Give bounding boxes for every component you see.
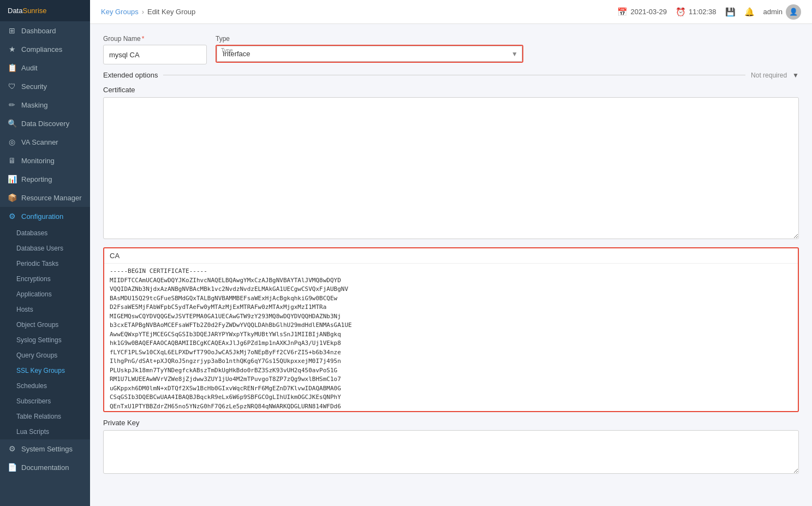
breadcrumb-current: Edit Key Group <box>147 8 195 16</box>
logo: DataSunrise <box>0 0 90 21</box>
header: Key Groups › Edit Key Group 📅 2021-03-29… <box>90 0 812 24</box>
certificate-textarea[interactable] <box>103 97 799 239</box>
subnav-table-relations[interactable]: Table Relations <box>0 409 90 424</box>
type-label: Type <box>216 35 523 43</box>
subnav-ssl-key-groups[interactable]: SSL Key Groups <box>0 363 90 378</box>
sidebar-item-dashboard[interactable]: ⊞ Dashboard <box>0 21 90 40</box>
header-right: 📅 2021-03-29 ⏰ 11:02:38 💾 🔔 admin 👤 <box>617 4 801 20</box>
resource-manager-icon: 📦 <box>8 193 16 202</box>
form-row-name-type: Group Name* Type Type Interface ▼ <box>103 35 799 64</box>
bell-icon[interactable]: 🔔 <box>744 7 755 17</box>
security-icon: 🛡 <box>8 82 16 91</box>
extended-options-label: Extended options <box>103 71 158 79</box>
subnav-applications[interactable]: Applications <box>0 287 90 302</box>
subnav-encryptions[interactable]: Encryptions <box>0 271 90 287</box>
private-key-label: Private Key <box>103 419 799 427</box>
sidebar-item-security[interactable]: 🛡 Security <box>0 77 90 96</box>
subnav-subscribers[interactable]: Subscribers <box>0 394 90 409</box>
sidebar: DataSunrise ⊞ Dashboard ★ Compliances 📋 … <box>0 0 90 506</box>
breadcrumb-separator: › <box>142 8 144 16</box>
extended-options-toggle[interactable]: ▼ <box>792 72 799 79</box>
certificate-area: Certificate <box>103 86 799 241</box>
reporting-icon: 📊 <box>8 175 16 183</box>
main-area: Key Groups › Edit Key Group 📅 2021-03-29… <box>90 0 812 506</box>
extended-options-line <box>163 75 745 75</box>
audit-icon: 📋 <box>8 63 16 72</box>
compliances-icon: ★ <box>8 45 16 53</box>
data-discovery-icon: 🔍 <box>8 119 16 128</box>
subnav-databases[interactable]: Databases <box>0 225 90 241</box>
sidebar-item-data-discovery[interactable]: 🔍 Data Discovery <box>0 114 90 133</box>
configuration-subnav: Databases Database Users Periodic Tasks … <box>0 225 90 439</box>
sidebar-item-reporting[interactable]: 📊 Reporting <box>0 170 90 188</box>
calendar-icon: 📅 <box>617 7 628 17</box>
subnav-hosts[interactable]: Hosts <box>0 302 90 317</box>
sidebar-item-monitoring[interactable]: 🖥 Monitoring <box>0 151 90 170</box>
subnav-syslog-settings[interactable]: Syslog Settings <box>0 332 90 348</box>
header-time: ⏰ 11:02:38 <box>676 7 717 17</box>
ca-label: CA <box>104 248 798 264</box>
breadcrumb: Key Groups › Edit Key Group <box>101 8 195 16</box>
breadcrumb-parent[interactable]: Key Groups <box>101 8 139 16</box>
ca-section: CA -----BEGIN CERTIFICATE----- MIIDFTCCA… <box>103 247 799 412</box>
dashboard-icon: ⊞ <box>8 26 16 35</box>
page-content: Group Name* Type Type Interface ▼ Extend… <box>90 24 812 506</box>
clock-icon: ⏰ <box>676 7 686 17</box>
sidebar-item-audit[interactable]: 📋 Audit <box>0 58 90 77</box>
sidebar-item-system-settings[interactable]: ⚙ System Settings <box>0 439 90 458</box>
type-select[interactable]: Interface <box>217 46 522 62</box>
group-name-input[interactable] <box>103 45 207 64</box>
va-scanner-icon: ◎ <box>8 138 16 146</box>
subnav-database-users[interactable]: Database Users <box>0 241 90 256</box>
sidebar-item-va-scanner[interactable]: ◎ VA Scanner <box>0 133 90 151</box>
certificate-label: Certificate <box>103 86 799 94</box>
masking-icon: ✏ <box>8 100 16 109</box>
avatar[interactable]: 👤 <box>786 4 801 20</box>
type-select-wrapper: Type Interface ▼ <box>216 45 523 63</box>
configuration-icon: ⚙ <box>8 212 16 221</box>
sidebar-nav: ⊞ Dashboard ★ Compliances 📋 Audit 🛡 Secu… <box>0 21 90 506</box>
group-name-label: Group Name* <box>103 35 207 43</box>
extended-options: Extended options Not required ▼ <box>103 71 799 79</box>
save-icon[interactable]: 💾 <box>725 7 736 17</box>
private-key-textarea[interactable] <box>103 430 799 474</box>
subnav-schedules[interactable]: Schedules <box>0 378 90 394</box>
private-key-section: Private Key <box>103 419 799 475</box>
subnav-object-groups[interactable]: Object Groups <box>0 317 90 332</box>
system-settings-icon: ⚙ <box>8 444 16 453</box>
group-name-group: Group Name* <box>103 35 207 64</box>
sidebar-item-resource-manager[interactable]: 📦 Resource Manager <box>0 188 90 207</box>
subnav-periodic-tasks[interactable]: Periodic Tasks <box>0 256 90 271</box>
admin-area: admin 👤 <box>763 4 801 20</box>
sidebar-item-documentation[interactable]: 📄 Documentation <box>0 458 90 477</box>
extended-options-note: Not required <box>751 72 787 79</box>
ca-content[interactable]: -----BEGIN CERTIFICATE----- MIIDFTCCAmUC… <box>104 264 798 411</box>
sidebar-item-configuration[interactable]: ⚙ Configuration <box>0 207 90 225</box>
logo-text: DataSunrise <box>8 7 47 15</box>
type-group: Type Type Interface ▼ <box>216 35 523 64</box>
subnav-query-groups[interactable]: Query Groups <box>0 348 90 363</box>
monitoring-icon: 🖥 <box>8 156 16 165</box>
subnav-lua-scripts[interactable]: Lua Scripts <box>0 424 90 439</box>
header-date: 📅 2021-03-29 <box>617 7 667 17</box>
documentation-icon: 📄 <box>8 463 16 472</box>
sidebar-item-compliances[interactable]: ★ Compliances <box>0 40 90 58</box>
sidebar-item-masking[interactable]: ✏ Masking <box>0 96 90 114</box>
